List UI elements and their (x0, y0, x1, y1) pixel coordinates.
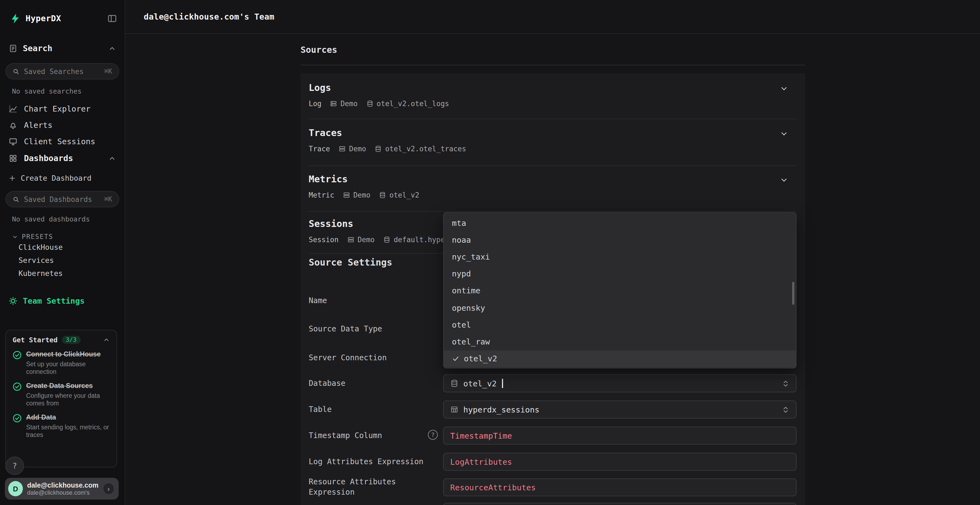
sidebar-item-chart-explorer[interactable]: Chart Explorer (3, 101, 121, 117)
field-label-server-connection: Server Connection (309, 353, 439, 363)
source-section-title: Logs (309, 82, 331, 93)
text-cursor (502, 379, 503, 388)
database-icon (383, 236, 390, 243)
server-icon (343, 192, 350, 199)
dropdown-scrollbar[interactable] (792, 282, 794, 305)
presets-label: PRESETS (22, 233, 53, 241)
source-type: Trace (309, 145, 330, 153)
source-type: Metric (309, 191, 334, 199)
get-started-item[interactable]: Connect to ClickHouse Set up your databa… (13, 351, 110, 375)
dropdown-option[interactable]: nypd (444, 265, 796, 282)
get-started-item[interactable]: Create Data Sources Configure where your… (13, 382, 110, 407)
option-label: otel_raw (452, 337, 490, 346)
option-label: otel_v2 (464, 354, 497, 363)
connection-name: Demo (358, 236, 375, 244)
dropdown-option[interactable]: nyc_taxi (444, 248, 796, 265)
shortcut-badge: ⌘K (104, 195, 112, 203)
dropdown-option-selected[interactable]: otel_v2 (444, 350, 796, 367)
no-saved-dashboards-text: No saved dashboards (12, 215, 125, 223)
resource-attributes-input[interactable]: ResourceAttributes (443, 478, 797, 496)
timestamp-column-value: TimestampTime (450, 431, 512, 440)
chevron-up-icon (103, 336, 110, 343)
monitor-icon (9, 137, 18, 146)
database-icon (379, 192, 386, 199)
get-started-title: Get Started (13, 336, 58, 344)
dropdown-option[interactable]: ontime (444, 283, 796, 299)
search-doc-icon (9, 44, 18, 53)
connection-chip: Demo (347, 236, 375, 244)
resource-attributes-value: ResourceAttributes (450, 483, 536, 492)
option-label: ontime (452, 286, 480, 295)
field-label-source-data-type: Source Data Type (309, 324, 439, 334)
field-label-log-attributes: Log Attributes Expression (309, 457, 439, 467)
saved-dashboards-placeholder: Saved Dashboards (24, 195, 92, 203)
sidebar-item-alerts[interactable]: Alerts (3, 117, 121, 133)
saved-dashboards-input[interactable]: Saved Dashboards ⌘K (5, 191, 119, 207)
dropdown-option[interactable]: opensky (444, 299, 796, 316)
preset-item-services[interactable]: Services (19, 254, 125, 267)
create-dashboard-button[interactable]: Create Dashboard (3, 170, 121, 186)
no-saved-searches-text: No saved searches (12, 87, 125, 95)
check-circle-icon (13, 382, 22, 407)
sidebar-section-search[interactable]: Search (3, 39, 121, 58)
field-label-resource-attributes: Resource Attributes Expression (309, 477, 439, 497)
preset-item-clickhouse[interactable]: ClickHouse (19, 241, 125, 254)
dropdown-option[interactable]: noaa (444, 231, 796, 248)
check-circle-icon (13, 351, 22, 375)
connection-name: Demo (353, 191, 371, 199)
page-title: dale@clickhouse.com's Team (144, 12, 274, 22)
sidebar-item-team-settings[interactable]: Team Settings (3, 293, 121, 309)
select-chevrons-icon (782, 380, 789, 387)
table-name: otel_v2.otel_logs (377, 100, 449, 108)
user-menu[interactable]: D dale@clickhouse.com dale@clickhouse.co… (5, 478, 119, 500)
help-tooltip-icon[interactable]: ? (428, 430, 438, 440)
source-type: Session (309, 236, 339, 244)
option-label: mta (452, 219, 466, 227)
select-chevrons-icon (782, 406, 789, 413)
option-label: nypd (452, 269, 471, 278)
dropdown-option[interactable]: otel (444, 316, 796, 333)
next-field-input[interactable] (443, 503, 797, 505)
chevron-down-icon[interactable] (780, 130, 788, 138)
source-section-meta: Trace Demo otel_v2.otel_traces (309, 145, 466, 153)
timestamp-column-input[interactable]: TimestampTime (443, 427, 797, 445)
server-icon (347, 236, 355, 243)
table-select[interactable]: hyperdx_sessions (443, 400, 797, 418)
database-icon (366, 100, 374, 107)
sidebar-item-dashboards[interactable]: Dashboards (3, 150, 121, 167)
source-type: Log (309, 100, 321, 108)
database-dropdown: mta noaa nyc_taxi nypd ontime opensky ot… (443, 212, 797, 368)
option-label: otel (452, 320, 471, 329)
connection-name: Demo (349, 145, 366, 153)
source-section-title: Sessions (309, 218, 353, 229)
sidebar-collapse-icon[interactable] (107, 14, 117, 24)
sidebar-item-client-sessions[interactable]: Client Sessions (3, 133, 121, 150)
help-button[interactable]: ? (5, 457, 24, 475)
nav-label: Alerts (24, 121, 52, 130)
divider (301, 65, 805, 65)
chevron-down-icon[interactable] (780, 84, 788, 93)
source-section-title: Metrics (309, 173, 348, 184)
field-label-table: Table (309, 404, 439, 414)
database-select[interactable]: otel_v2 (443, 375, 797, 392)
saved-searches-input[interactable]: Saved Searches ⌘K (5, 63, 119, 79)
presets-toggle[interactable]: PRESETS (12, 233, 125, 241)
table-name: otel_v2.otel_traces (385, 145, 466, 153)
database-icon (375, 145, 382, 152)
dropdown-option[interactable]: otel_raw (444, 333, 796, 350)
preset-item-kubernetes[interactable]: Kubernetes (19, 267, 125, 280)
chevron-right-icon[interactable]: › (103, 483, 115, 495)
shortcut-badge: ⌘K (104, 67, 112, 75)
main-area: dale@clickhouse.com's Team Sources Logs … (125, 0, 980, 505)
log-attributes-input[interactable]: LogAttributes (443, 453, 797, 471)
search-icon (13, 195, 20, 203)
table-chip: otel_v2 (379, 191, 420, 199)
chevron-down-icon[interactable] (780, 176, 788, 184)
dropdown-option[interactable]: mta (444, 214, 796, 231)
connection-chip: Demo (339, 145, 366, 153)
search-icon (13, 68, 20, 75)
get-started-header[interactable]: Get Started 3/3 (13, 336, 110, 344)
gear-icon (9, 297, 18, 305)
get-started-item[interactable]: Add Data Start sending logs, metrics, or… (13, 414, 110, 438)
get-started-item-desc: Configure where your data comes from (26, 392, 110, 407)
